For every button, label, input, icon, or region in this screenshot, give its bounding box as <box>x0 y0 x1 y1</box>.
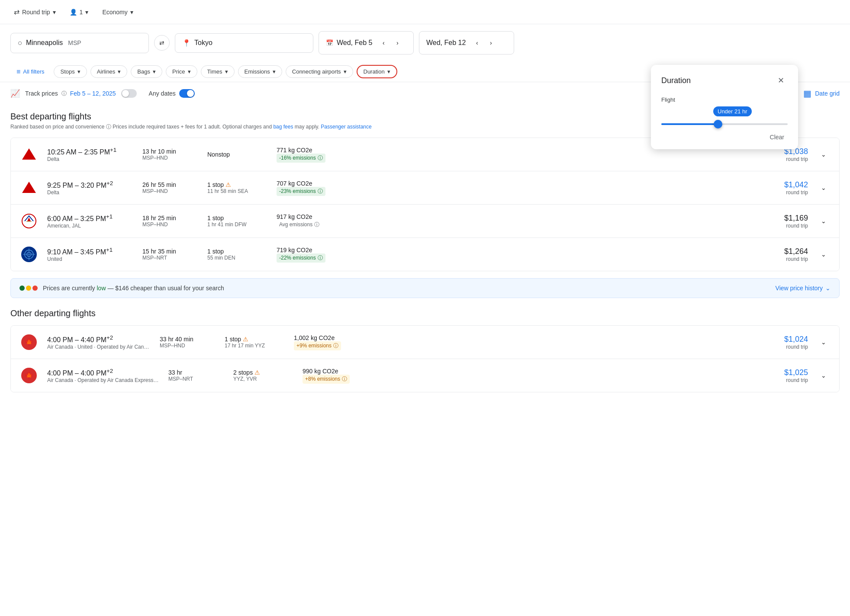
route-value: MSP–HND <box>142 221 199 228</box>
subtitle-extra: Prices include required taxes + fees for… <box>113 124 272 130</box>
slider-container <box>661 123 788 125</box>
origin-input[interactable]: ○ Minneapolis MSP <box>10 33 149 53</box>
flight-duration: 13 hr 10 min MSP–HND <box>142 148 199 161</box>
duration-value: 33 hr 40 min <box>160 336 216 343</box>
swap-button[interactable]: ⇄ <box>154 35 170 51</box>
depart-date-input[interactable]: 📅 Wed, Feb 5 ‹ › <box>319 31 414 55</box>
other-flights-section: Other departing flights 🍁 4:00 PM – 4:40… <box>10 308 840 392</box>
price-label: Price <box>172 68 185 75</box>
clear-button[interactable]: Clear <box>766 131 788 143</box>
stops-value: Nonstop <box>207 151 268 158</box>
price-label: round trip <box>756 189 808 196</box>
price-value: $1,042 <box>756 180 808 189</box>
trip-type-selector[interactable]: ⇄ Round trip ▾ <box>10 5 59 19</box>
emissions-value: 719 kg CO2e <box>277 247 346 253</box>
stops-value: 1 stop <box>207 215 268 221</box>
warning-icon: ⚠ <box>254 369 260 376</box>
price-info-bar: Prices are currently low — $146 cheaper … <box>10 278 840 298</box>
emissions-label: Emissions <box>245 68 270 75</box>
origin-city: Minneapolis <box>26 39 63 47</box>
all-filters-button[interactable]: ≡ All filters <box>10 65 50 78</box>
emissions-filter[interactable]: Emissions ▾ <box>238 65 282 78</box>
any-dates-toggle[interactable] <box>179 89 195 98</box>
duration-filter[interactable]: Duration ▾ <box>357 65 397 78</box>
dropdown-title: Duration <box>661 76 691 85</box>
duration-value: 33 hr <box>168 369 225 376</box>
times-filter[interactable]: Times ▾ <box>201 65 235 78</box>
cabin-class-selector[interactable]: Economy ▾ <box>99 6 136 18</box>
slider-tooltip: Under 21 hr <box>713 106 752 116</box>
return-prev-arrow[interactable]: ‹ <box>471 37 483 49</box>
expand-button[interactable]: ⌄ <box>817 181 831 195</box>
warning-icon: ⚠ <box>225 181 231 188</box>
stops-filter[interactable]: Stops ▾ <box>54 65 87 78</box>
passengers-selector[interactable]: 👤 1 ▾ <box>66 6 92 18</box>
destination-city: Tokyo <box>194 39 212 47</box>
flight-airline: United <box>47 256 134 262</box>
track-prices-toggle[interactable] <box>121 89 137 98</box>
table-row[interactable]: 6:00 AM – 3:25 PM+1 American, JAL 18 hr … <box>11 205 839 238</box>
depart-prev-arrow[interactable]: ‹ <box>377 37 390 49</box>
airline-logo <box>19 212 39 231</box>
depart-next-arrow[interactable]: › <box>391 37 403 49</box>
return-next-arrow[interactable]: › <box>485 37 497 49</box>
route-value: MSP–NRT <box>168 376 225 382</box>
price-filter[interactable]: Price ▾ <box>166 65 197 78</box>
passenger-assistance-link[interactable]: Passenger assistance <box>321 124 371 130</box>
svg-marker-1 <box>22 182 36 193</box>
view-price-history-button[interactable]: View price history ⌄ <box>776 285 831 292</box>
flight-price: $1,042 round trip <box>756 180 808 196</box>
expand-button[interactable]: ⌄ <box>817 247 831 261</box>
flight-emissions: 990 kg CO2e +8% emissions ⓘ <box>303 368 372 384</box>
slider-section: Flight Under 21 hr <box>661 96 788 125</box>
table-row[interactable]: 9:10 AM – 3:45 PM+1 United 15 hr 35 min … <box>11 238 839 271</box>
all-filters-label: All filters <box>23 68 44 75</box>
stop-detail: 1 hr 41 min DFW <box>207 221 268 228</box>
flight-times: 6:00 AM – 3:25 PM+1 American, JAL <box>47 213 134 229</box>
duration-value: 26 hr 55 min <box>142 181 199 188</box>
svg-rect-3 <box>26 221 32 222</box>
expand-button[interactable]: ⌄ <box>817 214 831 228</box>
close-button[interactable]: ✕ <box>774 74 788 87</box>
flight-time-range: 6:00 AM – 3:25 PM+1 <box>47 213 134 223</box>
passengers-chevron: ▾ <box>85 9 88 16</box>
flight-duration: 33 hr MSP–NRT <box>168 369 225 382</box>
return-date-nav: ‹ › <box>471 37 497 49</box>
expand-button[interactable]: ⌄ <box>817 148 831 161</box>
return-date-input[interactable]: Wed, Feb 12 ‹ › <box>419 31 514 55</box>
bag-fees-link[interactable]: bag fees <box>273 124 293 130</box>
emissions-badge: -23% emissions ⓘ <box>277 187 325 196</box>
stop-detail: YYZ, YVR <box>233 376 294 382</box>
top-bar: ⇄ Round trip ▾ 👤 1 ▾ Economy ▾ <box>0 0 850 24</box>
price-info-text: Prices are currently low — $146 cheaper … <box>43 285 770 292</box>
table-row[interactable]: 🍁 4:00 PM – 4:40 PM+2 Air Canada · Unite… <box>11 326 839 359</box>
emissions-value: 771 kg CO2e <box>277 147 346 154</box>
price-value: $1,024 <box>756 335 808 344</box>
expand-button[interactable]: ⌄ <box>817 335 831 349</box>
airlines-filter[interactable]: Airlines ▾ <box>90 65 128 78</box>
main-content: Best departing flights Ranked based on p… <box>0 105 850 406</box>
info-icon: ⓘ <box>318 188 323 195</box>
cabin-class-label: Economy <box>102 9 127 16</box>
flight-time-range: 9:25 PM – 3:20 PM+2 <box>47 180 134 189</box>
bags-label: Bags <box>137 68 150 75</box>
stop-detail: 55 min DEN <box>207 255 268 261</box>
flight-price: $1,024 round trip <box>756 335 808 350</box>
slider-thumb[interactable] <box>714 120 722 128</box>
airlines-chevron: ▾ <box>118 68 121 75</box>
round-trip-icon: ⇄ <box>14 8 19 16</box>
clear-section: Clear <box>661 134 788 141</box>
return-date: Wed, Feb 12 <box>426 39 466 47</box>
connecting-airports-filter[interactable]: Connecting airports ▾ <box>286 65 353 78</box>
expand-button[interactable]: ⌄ <box>817 369 831 382</box>
table-row[interactable]: 9:25 PM – 3:20 PM+2 Delta 26 hr 55 min M… <box>11 171 839 205</box>
destination-input[interactable]: 📍 Tokyo <box>175 33 313 53</box>
bags-filter[interactable]: Bags ▾ <box>131 65 162 78</box>
price-status: low <box>97 285 106 292</box>
price-indicator <box>19 286 38 291</box>
origin-code: MSP <box>68 39 81 46</box>
table-row[interactable]: 🍁 4:00 PM – 4:00 PM+2 Air Canada · Opera… <box>11 359 839 392</box>
flight-time-range: 9:10 AM – 3:45 PM+1 <box>47 247 134 256</box>
bags-chevron: ▾ <box>153 68 156 75</box>
date-grid-button[interactable]: ▦ Date grid <box>803 88 840 99</box>
